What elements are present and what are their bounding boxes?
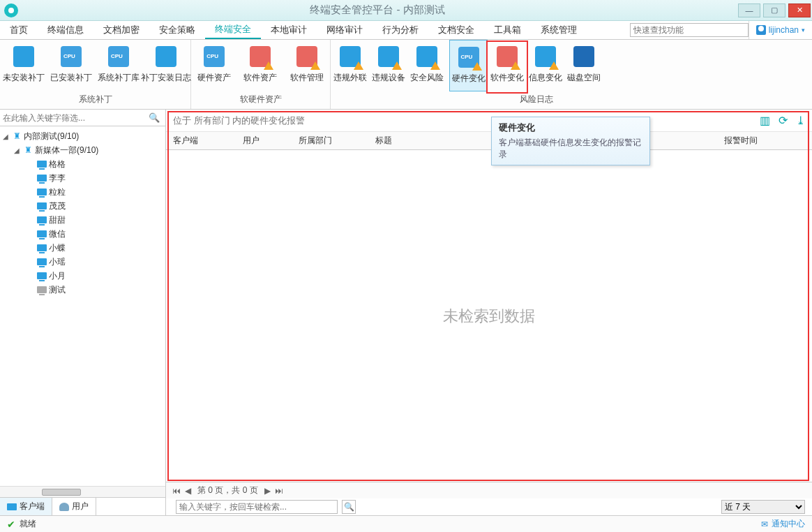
tree-label: 内部测试(9/10) bbox=[24, 131, 79, 142]
body-area: 🔍 ◢ ♜ 内部测试(9/10) ◢ ♜ 新媒体一部(9/10) 格格李李粒粒茂… bbox=[0, 110, 812, 515]
menu-tab-label: 本地审计 bbox=[271, 24, 307, 36]
tree-root[interactable]: ◢ ♜ 内部测试(9/10) bbox=[0, 129, 165, 143]
ribbon-label: 硬件变化 bbox=[452, 73, 486, 84]
ribbon-group-risklog: 硬件变化 软件变化 信息变化 磁盘空间 风险日志 bbox=[449, 40, 624, 109]
ribbon-sw-change[interactable]: 软件变化 bbox=[488, 40, 526, 91]
ribbon-group-patches: 未安装补丁 已安装补丁 系统补丁库 补丁安装日志 系统补丁 bbox=[0, 40, 191, 109]
tree-label: 格格 bbox=[49, 158, 66, 170]
menu-tab-network-audit[interactable]: 网络审计 bbox=[317, 21, 373, 39]
ribbon-disk-space[interactable]: 磁盘空间 bbox=[564, 40, 603, 91]
th-time[interactable]: 报警时间 bbox=[717, 132, 812, 149]
bottom-filter-bar: 🔍 近 7 天 bbox=[166, 498, 812, 515]
menu-tab-terminal-info[interactable]: 终端信息 bbox=[38, 21, 93, 39]
quick-search-input[interactable] bbox=[630, 23, 749, 37]
search-icon[interactable]: 🔍 bbox=[146, 112, 163, 123]
ribbon-label: 系统补丁库 bbox=[98, 72, 140, 84]
ribbon-sec-risk[interactable]: 安全风险 bbox=[407, 40, 446, 94]
ribbon-sw-manage[interactable]: 软件管理 bbox=[284, 40, 330, 91]
ribbon-label: 已安装补丁 bbox=[50, 72, 92, 84]
th-user[interactable]: 用户 bbox=[236, 132, 292, 149]
tree-label: 小瑶 bbox=[49, 256, 66, 268]
th-client[interactable]: 客户端 bbox=[166, 132, 236, 149]
menu-tab-system[interactable]: 系统管理 bbox=[531, 21, 587, 39]
maximize-button[interactable]: ▢ bbox=[763, 3, 785, 17]
user-icon bbox=[59, 503, 69, 511]
menu-tab-label: 终端信息 bbox=[47, 24, 84, 36]
tree-client[interactable]: 测试 bbox=[0, 283, 165, 297]
menu-tab-home[interactable]: 首页 bbox=[0, 21, 38, 39]
tree-group[interactable]: ◢ ♜ 新媒体一部(9/10) bbox=[0, 143, 165, 157]
minimize-button[interactable]: — bbox=[738, 3, 760, 17]
ribbon-group-label: 风险日志 bbox=[449, 91, 624, 109]
close-button[interactable]: ✕ bbox=[788, 3, 811, 17]
keyword-input[interactable] bbox=[176, 500, 338, 514]
time-range-select[interactable]: 近 7 天 bbox=[721, 500, 805, 514]
ribbon-label: 违规设备 bbox=[372, 72, 405, 84]
tree-client[interactable]: 甜甜 bbox=[0, 213, 165, 227]
pager-text: 第 0 页，共 0 页 bbox=[193, 485, 262, 496]
ribbon-label: 补丁安装日志 bbox=[141, 72, 191, 84]
tooltip-body: 客户端基础硬件信息发生变化的报警记录 bbox=[499, 137, 642, 161]
tree-client[interactable]: 格格 bbox=[0, 157, 165, 171]
monitor-icon bbox=[37, 159, 47, 169]
tree-client[interactable]: 小蝶 bbox=[0, 241, 165, 255]
th-title[interactable]: 标题 bbox=[368, 132, 487, 149]
pager-first[interactable]: ⏮ bbox=[170, 486, 183, 496]
tree-client[interactable]: 微信 bbox=[0, 227, 165, 241]
ribbon-hw-change[interactable]: 硬件变化 bbox=[449, 40, 488, 91]
sidebar-h-scrollbar[interactable] bbox=[0, 486, 165, 497]
ribbon-uninstalled-patches[interactable]: 未安装补丁 bbox=[0, 40, 47, 91]
ribbon-label: 软件变化 bbox=[490, 72, 524, 84]
menu-tab-doc-security[interactable]: 文档安全 bbox=[428, 21, 484, 39]
ribbon-illegal-conn[interactable]: 违规外联 bbox=[331, 40, 369, 94]
menu-tab-local-audit[interactable]: 本地审计 bbox=[261, 21, 317, 39]
ribbon-label: 违规外联 bbox=[333, 72, 367, 84]
menu-tab-behavior[interactable]: 行为分析 bbox=[373, 21, 428, 39]
keyword-search-button[interactable]: 🔍 bbox=[342, 500, 356, 514]
menu-bar: 首页 终端信息 文档加密 安全策略 终端安全 本地审计 网络审计 行为分析 文档… bbox=[0, 21, 812, 40]
menu-tab-toolbox[interactable]: 工具箱 bbox=[484, 21, 531, 39]
collapse-icon[interactable]: ◢ bbox=[13, 147, 21, 154]
ribbon-patch-lib[interactable]: 系统补丁库 bbox=[95, 40, 142, 91]
ribbon-illegal-dev[interactable]: 违规设备 bbox=[369, 40, 407, 94]
menu-tab-label: 文档安全 bbox=[438, 24, 474, 36]
sidebar: 🔍 ◢ ♜ 内部测试(9/10) ◢ ♜ 新媒体一部(9/10) 格格李李粒粒茂… bbox=[0, 110, 166, 515]
ribbon-info-change[interactable]: 信息变化 bbox=[526, 40, 564, 91]
menu-tab-security-policy[interactable]: 安全策略 bbox=[149, 21, 205, 39]
tree-label: 小蝶 bbox=[49, 242, 66, 254]
tree-client[interactable]: 茂茂 bbox=[0, 199, 165, 213]
th-dept[interactable]: 所属部门 bbox=[292, 132, 368, 149]
pager-last[interactable]: ⏭ bbox=[273, 486, 285, 496]
menu-tab-label: 网络审计 bbox=[326, 24, 363, 36]
columns-button[interactable]: ▥ bbox=[760, 114, 770, 127]
menu-tab-terminal-security[interactable]: 终端安全 bbox=[205, 21, 261, 39]
check-icon: ✔ bbox=[7, 519, 15, 530]
refresh-button[interactable]: ⟳ bbox=[779, 114, 788, 127]
tree-label: 微信 bbox=[49, 228, 66, 240]
tree-client[interactable]: 李李 bbox=[0, 171, 165, 185]
collapse-icon[interactable]: ◢ bbox=[1, 133, 10, 140]
tree-client[interactable]: 粒粒 bbox=[0, 185, 165, 199]
ribbon-installed-patches[interactable]: 已安装补丁 bbox=[47, 40, 95, 91]
ribbon-patch-log[interactable]: 补丁安装日志 bbox=[142, 40, 190, 91]
sidebar-tab-user[interactable]: 用户 bbox=[52, 498, 96, 515]
user-menu[interactable]: lijinchan ▾ bbox=[749, 21, 812, 39]
tree-client[interactable]: 小月 bbox=[0, 269, 165, 283]
pager-next[interactable]: ▶ bbox=[262, 486, 273, 496]
sidebar-tab-label: 客户端 bbox=[20, 501, 45, 512]
menu-tab-doc-encrypt[interactable]: 文档加密 bbox=[93, 21, 149, 39]
status-text: 就绪 bbox=[20, 518, 36, 530]
export-button[interactable]: ⤓ bbox=[796, 114, 805, 127]
menu-tab-label: 文档加密 bbox=[103, 24, 140, 36]
tree-client[interactable]: 小瑶 bbox=[0, 255, 165, 269]
ribbon-label: 信息变化 bbox=[529, 72, 562, 84]
ribbon-group-violations: 违规外联 违规设备 安全风险 bbox=[331, 40, 449, 109]
notification-center[interactable]: ✉ 通知中心 bbox=[761, 518, 805, 530]
monitor-icon bbox=[37, 243, 47, 253]
monitor-icon bbox=[7, 503, 17, 510]
sidebar-filter-input[interactable] bbox=[3, 113, 146, 123]
pager-prev[interactable]: ◀ bbox=[183, 486, 193, 496]
sidebar-tab-client[interactable]: 客户端 bbox=[0, 498, 52, 515]
ribbon-hw-asset[interactable]: 硬件资产 bbox=[191, 40, 237, 91]
ribbon-sw-asset[interactable]: 软件资产 bbox=[237, 40, 283, 91]
